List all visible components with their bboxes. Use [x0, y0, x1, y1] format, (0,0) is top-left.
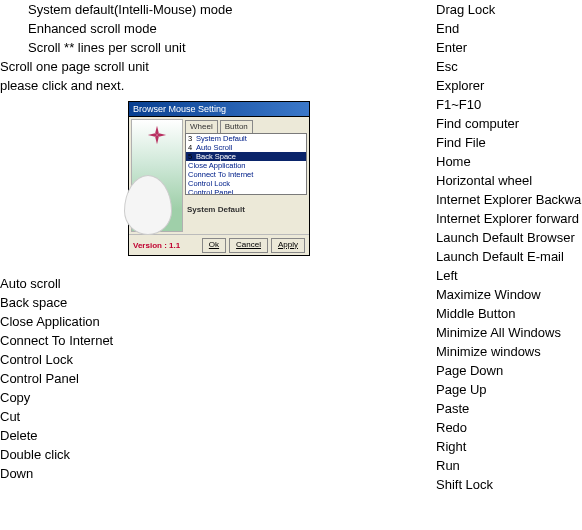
- right-function-list: Drag Lock End Enter Esc Explorer F1~F10 …: [436, 0, 582, 494]
- list-item: Enter: [436, 38, 582, 57]
- intro-line: Scroll one page scroll unit: [0, 57, 430, 76]
- list-item: Redo: [436, 418, 582, 437]
- list-item: Find computer: [436, 114, 582, 133]
- ok-button[interactable]: Ok: [202, 238, 226, 253]
- list-item: Run: [436, 456, 582, 475]
- list-item[interactable]: Control Panel: [186, 188, 306, 195]
- intro-line: please click and next.: [0, 76, 430, 95]
- cancel-button[interactable]: Cancel: [229, 238, 268, 253]
- list-item[interactable]: Control Lock: [186, 179, 306, 188]
- list-item: Delete: [0, 426, 430, 445]
- mouse-icon: [124, 175, 172, 235]
- list-item: Explorer: [436, 76, 582, 95]
- tab-wheel[interactable]: Wheel: [185, 120, 218, 133]
- list-item: Launch Default Browser: [436, 228, 582, 247]
- intro-line: System default(Intelli-Mouse) mode: [0, 0, 430, 19]
- options-listbox[interactable]: 3System Default 4Auto Scroll 5Back Space…: [185, 133, 307, 195]
- list-item: Internet Explorer Backward: [436, 190, 582, 209]
- list-item: Page Up: [436, 380, 582, 399]
- list-item: Auto scroll: [0, 274, 430, 293]
- svg-marker-0: [155, 126, 159, 135]
- list-item: End: [436, 19, 582, 38]
- status-label: System Default: [185, 205, 307, 214]
- list-item: Maximize Window: [436, 285, 582, 304]
- list-item: Back space: [0, 293, 430, 312]
- list-item[interactable]: Close Application: [186, 161, 306, 170]
- svg-marker-1: [157, 133, 166, 137]
- list-item[interactable]: Connect To Internet: [186, 170, 306, 179]
- list-item: Down: [0, 464, 430, 483]
- list-item: Shift Lock: [436, 475, 582, 494]
- svg-marker-3: [148, 133, 157, 137]
- list-item: Control Panel: [0, 369, 430, 388]
- list-item: F1~F10: [436, 95, 582, 114]
- list-item: Cut: [0, 407, 430, 426]
- list-item: Minimize All Windows: [436, 323, 582, 342]
- list-item: Double click: [0, 445, 430, 464]
- svg-marker-2: [155, 135, 159, 144]
- list-item: Paste: [436, 399, 582, 418]
- list-item: Internet Explorer forward: [436, 209, 582, 228]
- list-item: Copy: [0, 388, 430, 407]
- settings-window-figure: Browser Mouse Setting: [128, 101, 310, 256]
- window-left-panel: [131, 119, 183, 232]
- intro-line: Enhanced scroll mode: [0, 19, 430, 38]
- list-item: Minimize windows: [436, 342, 582, 361]
- window-title: Browser Mouse Setting: [128, 101, 310, 116]
- list-item: Launch Default E-mail: [436, 247, 582, 266]
- list-item: Left: [436, 266, 582, 285]
- list-item: Connect To Internet: [0, 331, 430, 350]
- list-item: Right: [436, 437, 582, 456]
- list-item: Esc: [436, 57, 582, 76]
- list-item: Home: [436, 152, 582, 171]
- list-item: Middle Button: [436, 304, 582, 323]
- list-item: Control Lock: [0, 350, 430, 369]
- list-item: Close Application: [0, 312, 430, 331]
- logo-icon: [132, 120, 182, 150]
- intro-line: Scroll ** lines per scroll unit: [0, 38, 430, 57]
- apply-button[interactable]: Apply: [271, 238, 305, 253]
- tab-button[interactable]: Button: [220, 120, 253, 133]
- list-item: Horizontal wheel: [436, 171, 582, 190]
- list-item: Page Down: [436, 361, 582, 380]
- list-item: Drag Lock: [436, 0, 582, 19]
- list-item: Find File: [436, 133, 582, 152]
- version-label: Version : 1.1: [133, 241, 180, 250]
- left-function-list: Auto scroll Back space Close Application…: [0, 274, 430, 483]
